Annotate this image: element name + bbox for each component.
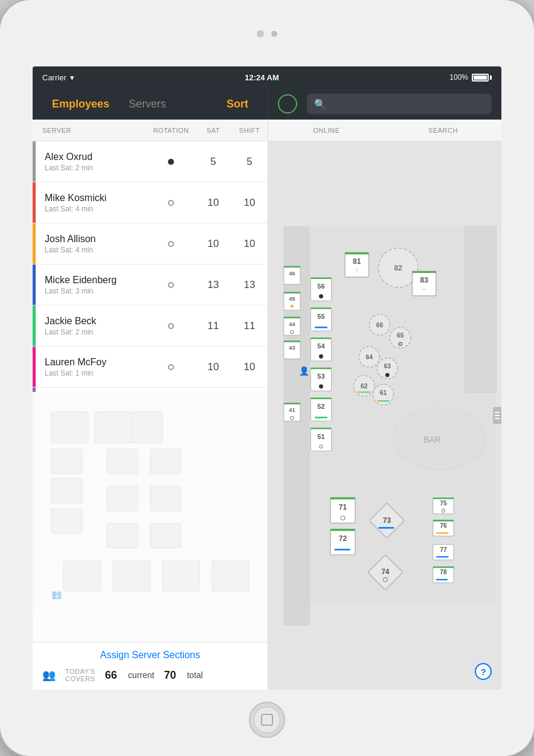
shift-cell: 10 bbox=[231, 197, 268, 209]
online-indicator bbox=[278, 94, 297, 114]
device: Carrier ▾ 12:24 AM 100% Employees Server… bbox=[0, 0, 534, 756]
svg-rect-4 bbox=[51, 478, 82, 503]
sat-cell: 11 bbox=[195, 320, 231, 332]
employee-sub: Last Sat: 2 min bbox=[45, 164, 147, 172]
svg-text:63: 63 bbox=[384, 363, 391, 370]
shift-cell: 11 bbox=[231, 320, 268, 332]
status-bar: Carrier ▾ 12:24 AM 100% bbox=[33, 66, 501, 88]
employee-row[interactable]: Josh Allison Last Sat: 4 min1010 bbox=[33, 223, 268, 264]
employee-sub: Last Sat: 3 min bbox=[45, 287, 147, 295]
panel-line-3 bbox=[495, 418, 500, 419]
svg-rect-12 bbox=[63, 560, 100, 591]
svg-text:75: 75 bbox=[440, 500, 447, 507]
svg-point-85 bbox=[385, 373, 390, 377]
svg-rect-14 bbox=[162, 560, 199, 591]
employee-row[interactable]: Lauren McFoy Last Sat: 1 min1010 bbox=[33, 347, 268, 388]
employee-list: Alex Oxrud Last Sat: 2 min55Mike Kosmick… bbox=[33, 141, 268, 392]
svg-text:77: 77 bbox=[440, 546, 447, 553]
search-box[interactable]: 🔍 bbox=[307, 94, 492, 114]
battery-percent: 100% bbox=[449, 73, 468, 82]
tab-servers[interactable]: Servers bbox=[119, 88, 176, 120]
rotation-cell bbox=[147, 159, 195, 165]
rotation-dot-filled bbox=[168, 159, 174, 165]
map-header: ONLINE SEARCH bbox=[268, 120, 501, 141]
employee-name: Micke Eidenberg bbox=[45, 275, 147, 286]
time-display: 12:24 AM bbox=[245, 73, 279, 82]
rotation-cell bbox=[147, 200, 195, 206]
svg-rect-1 bbox=[94, 412, 131, 443]
help-button[interactable]: ? bbox=[475, 663, 492, 680]
current-label: current bbox=[128, 670, 155, 680]
employee-info: Mike Kosmicki Last Sat: 4 min bbox=[42, 193, 147, 213]
svg-text:54: 54 bbox=[317, 342, 325, 350]
svg-text:76: 76 bbox=[440, 522, 447, 529]
employee-sub: Last Sat: 4 min bbox=[45, 205, 147, 213]
employee-info: Micke Eidenberg Last Sat: 3 min bbox=[42, 275, 147, 295]
svg-text:73: 73 bbox=[383, 516, 391, 525]
employee-sub: Last Sat: 1 min bbox=[45, 369, 147, 377]
map-content: BAR 81 ○ 82 bbox=[268, 141, 501, 690]
header-shift: SHIFT bbox=[231, 120, 268, 141]
svg-text:56: 56 bbox=[317, 283, 324, 290]
svg-text:BAR: BAR bbox=[423, 435, 440, 444]
header-online: ONLINE bbox=[268, 120, 385, 141]
list-header: SERVER ROTATION SAT SHIFT bbox=[33, 120, 268, 141]
svg-text:78: 78 bbox=[440, 569, 447, 575]
svg-rect-20 bbox=[465, 226, 496, 392]
content-area: SERVER ROTATION SAT SHIFT Alex Oxrud Las… bbox=[33, 120, 501, 690]
svg-text:55: 55 bbox=[317, 313, 324, 320]
svg-text:45: 45 bbox=[289, 295, 295, 302]
home-button[interactable] bbox=[249, 702, 285, 738]
header-search: SEARCH bbox=[385, 120, 501, 141]
svg-text:66: 66 bbox=[376, 322, 384, 328]
employee-info: Lauren McFoy Last Sat: 1 min bbox=[42, 357, 147, 377]
sat-cell: 10 bbox=[195, 361, 231, 373]
employee-sub: Last Sat: 4 min bbox=[45, 246, 147, 254]
svg-rect-3 bbox=[51, 449, 82, 473]
employee-row[interactable]: Jackie Beck Last Sat: 2 min1111 bbox=[33, 306, 268, 347]
svg-text:53: 53 bbox=[317, 373, 324, 380]
header-rotation: ROTATION bbox=[147, 120, 195, 141]
employee-row[interactable]: Mike Kosmicki Last Sat: 4 min1010 bbox=[33, 182, 268, 223]
employee-color-bar bbox=[33, 223, 36, 264]
svg-rect-6 bbox=[107, 449, 138, 473]
sat-cell: 5 bbox=[195, 156, 231, 168]
employee-color-bar bbox=[33, 141, 36, 182]
employee-row[interactable]: Micke Eidenberg Last Sat: 3 min1313 bbox=[33, 264, 268, 306]
svg-point-55 bbox=[319, 294, 323, 298]
svg-text:46: 46 bbox=[289, 270, 295, 277]
rotation-dot-empty bbox=[168, 364, 174, 370]
employee-info: Jackie Beck Last Sat: 2 min bbox=[42, 316, 147, 336]
svg-text:44: 44 bbox=[289, 321, 295, 327]
employee-color-bar bbox=[33, 306, 36, 346]
status-left: Carrier ▾ bbox=[42, 73, 74, 82]
svg-text:81: 81 bbox=[353, 257, 361, 266]
employee-row[interactable]: Alex Oxrud Last Sat: 2 min55 bbox=[33, 141, 268, 182]
svg-text:51: 51 bbox=[317, 433, 324, 440]
assign-link[interactable]: Assign Server Sections bbox=[42, 650, 258, 661]
svg-text:○: ○ bbox=[423, 286, 426, 292]
svg-text:43: 43 bbox=[289, 344, 295, 351]
employee-color-bar bbox=[33, 182, 36, 223]
nav-bar: Employees Servers Sort 🔍 bbox=[33, 88, 501, 120]
svg-rect-7 bbox=[150, 449, 181, 473]
total-label: total bbox=[187, 670, 202, 680]
screen: Carrier ▾ 12:24 AM 100% Employees Server… bbox=[33, 66, 501, 690]
sort-button[interactable]: Sort bbox=[217, 88, 258, 120]
covers-icon: 👥 bbox=[42, 668, 56, 682]
carrier-label: Carrier bbox=[42, 73, 66, 82]
employee-info: Alex Oxrud Last Sat: 2 min bbox=[42, 152, 147, 172]
svg-rect-21 bbox=[284, 226, 310, 625]
employee-sub: Last Sat: 2 min bbox=[45, 328, 147, 336]
sat-cell: 13 bbox=[195, 279, 231, 291]
floor-map: ONLINE SEARCH bbox=[268, 120, 501, 690]
employee-name: Alex Oxrud bbox=[45, 152, 147, 162]
device-camera-area bbox=[257, 30, 277, 37]
svg-rect-10 bbox=[107, 523, 138, 548]
svg-rect-13 bbox=[113, 560, 150, 591]
employee-panel: SERVER ROTATION SAT SHIFT Alex Oxrud Las… bbox=[33, 120, 268, 690]
rotation-cell bbox=[147, 364, 195, 370]
svg-text:52: 52 bbox=[317, 403, 324, 410]
camera bbox=[257, 30, 264, 37]
tab-employees[interactable]: Employees bbox=[42, 88, 119, 120]
